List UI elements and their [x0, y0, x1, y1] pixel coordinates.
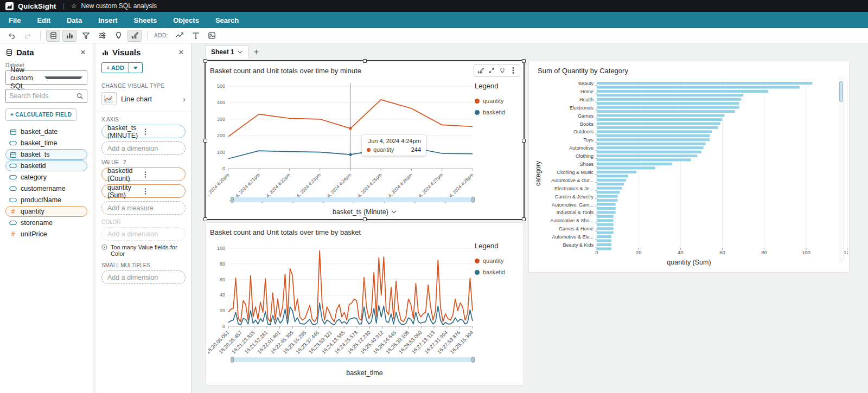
svg-text:Beauty & Kids: Beauty & Kids [563, 242, 593, 248]
kebab-menu-icon[interactable] [508, 66, 519, 75]
favorite-star-icon[interactable]: ☆ [71, 2, 77, 10]
search-fields-input[interactable] [9, 92, 76, 100]
field-item-basket_ts[interactable]: basket_ts [5, 149, 87, 160]
field-well-value-quantity[interactable]: quantity (Sum) [101, 184, 186, 198]
visual-controls [474, 65, 520, 76]
redo-button[interactable] [21, 30, 35, 42]
menu-file[interactable]: File [9, 16, 21, 24]
add-sheet-button[interactable]: + [254, 47, 259, 57]
scrollbar-thumb[interactable] [839, 81, 843, 102]
resize-handle[interactable] [363, 217, 367, 221]
chevron-right-icon[interactable]: › [183, 94, 186, 104]
small-multiples-label: SMALL MULTIPLES [101, 262, 186, 268]
field-item-basket_date[interactable]: basket_date [5, 126, 87, 137]
close-icon[interactable]: ✕ [177, 48, 186, 56]
slider-handle-right[interactable] [471, 357, 475, 363]
menu-data[interactable]: Data [67, 16, 82, 24]
field-item-customername[interactable]: customername [5, 183, 87, 194]
parameters-button[interactable] [95, 30, 109, 42]
field-item-category[interactable]: category [5, 172, 87, 183]
svg-text:20: 20 [636, 249, 642, 255]
undo-button[interactable] [4, 30, 18, 42]
resize-handle[interactable] [522, 59, 526, 63]
kebab-menu-icon[interactable] [144, 188, 181, 195]
visual-line-by-minute[interactable]: Basket count and Unit totals over time b… [205, 61, 524, 220]
small-multiples-dropzone[interactable]: Add a dimension [101, 270, 186, 284]
insights-button[interactable] [111, 30, 125, 42]
add-text-button[interactable] [189, 30, 203, 42]
add-measure-dropzone[interactable]: Add a measure [101, 201, 186, 215]
field-well-value-basketid[interactable]: basketid (Count) [101, 167, 186, 181]
menu-search[interactable]: Search [215, 16, 239, 24]
svg-text:Automotive: Automotive [569, 145, 593, 151]
add-image-button[interactable] [205, 30, 219, 42]
resize-handle[interactable] [203, 217, 207, 221]
change-visual-type-label: CHANGE VISUAL TYPE [101, 83, 186, 89]
insights-icon[interactable] [497, 66, 508, 75]
menu-insert[interactable]: Insert [98, 16, 117, 24]
legend-item-basketid[interactable]: basketid [475, 269, 521, 275]
chevron-down-icon [238, 50, 242, 54]
field-item-quantity[interactable]: #quantity [5, 206, 87, 217]
svg-text:200: 200 [217, 133, 225, 138]
legend-item-quantity[interactable]: quantity [475, 98, 521, 104]
visual-line-by-basket[interactable]: Basket count and Unit totals over time b… [205, 222, 524, 385]
color-info-row: Too many Value fields for Color [101, 244, 186, 257]
x-range-slider[interactable] [231, 357, 475, 362]
value-count-badge: 2 [123, 159, 126, 165]
field-item-unitPrice[interactable]: #unitPrice [5, 229, 87, 240]
visual-bar-by-category[interactable]: Sum of Quantity by Category category 020… [528, 61, 850, 273]
x-axis-title[interactable]: basket_time [206, 369, 524, 377]
add-dimension-dropzone[interactable]: Add a dimension [101, 141, 186, 155]
filter-button[interactable] [79, 30, 93, 42]
format-visual-icon[interactable] [475, 66, 486, 75]
svg-text:60: 60 [220, 277, 225, 282]
visuals-panel-button[interactable] [62, 30, 76, 42]
topbar-divider: | [63, 2, 65, 10]
string-field-icon [9, 140, 17, 146]
resize-handle[interactable] [522, 217, 526, 221]
menu-objects[interactable]: Objects [173, 16, 199, 24]
format-visual-button[interactable] [127, 30, 142, 42]
menu-edit[interactable]: Edit [37, 16, 50, 24]
slider-handle-left[interactable] [231, 197, 234, 203]
slider-handle-right[interactable] [471, 197, 475, 203]
legend-item-basketid[interactable]: basketid [475, 109, 521, 115]
tooltip-series-dot [367, 148, 371, 152]
add-visual-split-button[interactable]: + ADD [101, 62, 143, 73]
data-panel-button[interactable] [46, 30, 60, 42]
resize-handle[interactable] [203, 59, 207, 63]
legend-item-quantity[interactable]: quantity [475, 257, 521, 264]
visuals-panel: Visuals ✕ + ADD CHANGE VISUAL TYPE Line … [96, 43, 192, 393]
resize-handle[interactable] [522, 139, 526, 143]
x-range-slider[interactable] [231, 197, 475, 202]
kebab-menu-icon[interactable] [144, 171, 181, 178]
field-item-basket_time[interactable]: basket_time [5, 138, 87, 149]
svg-text:400: 400 [217, 100, 225, 105]
search-icon[interactable] [76, 93, 84, 100]
field-well-x-axis[interactable]: basket_ts (MINUTE) [101, 125, 186, 138]
resize-handle[interactable] [203, 139, 207, 143]
string-field-icon [9, 175, 17, 180]
menu-sheets[interactable]: Sheets [134, 16, 157, 24]
resize-handle[interactable] [363, 59, 367, 63]
kebab-menu-icon[interactable] [144, 128, 181, 136]
visuals-icon [101, 49, 109, 56]
slider-handle-left[interactable] [231, 357, 234, 363]
field-item-basketid[interactable]: basketid [5, 160, 87, 171]
svg-text:0: 0 [595, 249, 598, 255]
svg-text:Toys: Toys [583, 137, 593, 143]
field-item-productName[interactable]: productName [5, 195, 87, 205]
maximize-icon[interactable] [486, 66, 497, 75]
analysis-title: New custom SQL analysis [81, 2, 157, 10]
x-axis-title[interactable]: basket_ts (Minute) [206, 208, 524, 216]
sheet-tab[interactable]: Sheet 1 [205, 46, 248, 59]
add-visual-button[interactable] [173, 30, 187, 42]
visual-type-row[interactable]: Line chart › [101, 92, 186, 105]
string-field-icon [9, 197, 17, 203]
vertical-scrollbar[interactable] [839, 78, 844, 262]
calculated-field-button[interactable]: + CALCULATED FIELD [5, 108, 76, 121]
dataset-select[interactable]: New custom SQL [5, 70, 87, 85]
close-icon[interactable]: ✕ [79, 48, 87, 56]
field-item-storename[interactable]: storename [5, 217, 87, 228]
